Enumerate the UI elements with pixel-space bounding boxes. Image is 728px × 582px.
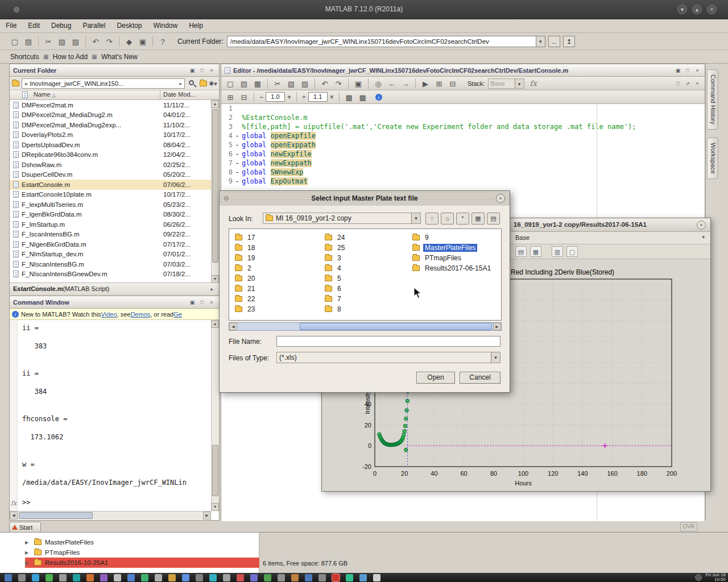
taskbar-app-icon[interactable]: [127, 574, 135, 581]
shortcut-how-to-add[interactable]: How to Add: [53, 53, 88, 61]
value-step-field[interactable]: 1.0: [266, 92, 285, 102]
print-icon[interactable]: ▣: [353, 78, 364, 89]
file-name-input[interactable]: [276, 336, 500, 347]
taskbar-app-icon[interactable]: [346, 574, 353, 581]
paste-icon[interactable]: ▨: [299, 78, 311, 89]
dialog-folder-item[interactable]: 8: [325, 304, 346, 314]
file-row[interactable]: DsuperCellDev.m05/20/2...: [10, 170, 211, 180]
current-folder-path-combo[interactable]: /media/data/EASY/InovImager_jwrCF_WINLin…: [227, 36, 545, 47]
file-row[interactable]: DMPexcel2mat_MediaDrug2.m04/01/2...: [10, 110, 211, 120]
demos-link[interactable]: Demos: [130, 311, 150, 318]
shortcut-whats-new[interactable]: What's New: [101, 53, 138, 61]
dock-icon[interactable]: ▣: [188, 66, 196, 74]
taskbar-app-icon[interactable]: [250, 574, 258, 581]
forward-icon[interactable]: →: [400, 78, 411, 89]
dialog-folder-item[interactable]: 18: [235, 243, 257, 253]
scroll-right-icon[interactable]: ▶: [493, 323, 501, 330]
open-button[interactable]: Open: [416, 372, 455, 384]
active-window-icon[interactable]: [332, 574, 340, 581]
dialog-close-icon[interactable]: ×: [496, 194, 505, 203]
taskbar-app-icon[interactable]: [100, 574, 107, 581]
menu-debug[interactable]: Debug: [46, 19, 77, 32]
shortcuts-label[interactable]: Shortcuts: [10, 53, 39, 61]
scroll-up-icon[interactable]: ▲: [211, 100, 219, 108]
taskbar-app-icon[interactable]: [86, 574, 94, 581]
code-line[interactable]: 4-global openExpfile: [221, 131, 705, 140]
dialog-folder-item[interactable]: 6: [325, 284, 346, 294]
figure-close-icon[interactable]: ×: [697, 221, 706, 230]
cell-divide-icon[interactable]: ⊟: [447, 78, 458, 89]
menu-parallel[interactable]: Parallel: [77, 19, 111, 32]
file-row[interactable]: F_NImStartup_dev.m07/01/2...: [10, 250, 211, 260]
taskbar-app-icon[interactable]: [155, 574, 162, 581]
file-row[interactable]: DMPexcel2mat.m11/11/2...: [10, 100, 211, 110]
cell-divider-icon[interactable]: ⊟: [238, 92, 250, 103]
new-file-icon[interactable]: ▢: [9, 36, 20, 47]
date-column[interactable]: Date Mod...: [163, 91, 196, 98]
taskbar-app-icon[interactable]: [73, 574, 80, 581]
fig-doc-icon[interactable]: ▤: [515, 246, 527, 257]
open-folder-icon[interactable]: ▤: [23, 36, 34, 47]
new-folder-icon[interactable]: [200, 81, 207, 86]
dialog-folder-item[interactable]: 7: [325, 294, 346, 304]
code-line[interactable]: 6-global newExpfile: [221, 149, 705, 159]
file-row[interactable]: F_IgenBkGrdData.m08/30/2...: [10, 210, 211, 220]
dialog-scrollbar-h[interactable]: ◀ ▶: [229, 322, 502, 331]
cell-insert-icon[interactable]: ⊞: [433, 78, 445, 89]
dialog-folder-item[interactable]: 2: [235, 263, 257, 273]
clock[interactable]: Fri Jun 16 10:50: [705, 573, 726, 582]
scroll-down-icon[interactable]: ▼: [211, 275, 219, 283]
type-dropdown-icon[interactable]: ▾: [491, 352, 500, 363]
code-line[interactable]: 9-global ExpOutmat: [221, 177, 705, 186]
menu-edit[interactable]: Edit: [22, 19, 46, 32]
editor-popout-icon[interactable]: ↗: [684, 80, 692, 88]
undock-icon[interactable]: □: [198, 66, 206, 74]
taskbar-app-icon[interactable]: [141, 574, 148, 581]
file-row[interactable]: DshowRaw.m02/25/2...: [10, 160, 211, 170]
fig-gray-icon[interactable]: ▥: [552, 246, 563, 257]
menu-file[interactable]: File: [0, 19, 22, 32]
file-row[interactable]: EstartConsole10plate.m10/17/2...: [10, 190, 211, 200]
scroll-down-icon[interactable]: ▼: [211, 503, 219, 511]
file-row[interactable]: F_NIscanIntensBGnewDev.m07/18/2...: [10, 269, 211, 280]
undock-icon[interactable]: □: [684, 66, 692, 74]
eval-cell-icon[interactable]: ▩: [344, 92, 355, 103]
tray-app-icon[interactable]: [695, 574, 702, 581]
editor-layout-icon[interactable]: □: [674, 80, 682, 88]
dialog-folder-item[interactable]: 3: [325, 253, 346, 263]
taskbar-app-icon[interactable]: [237, 574, 244, 581]
dialog-folder-item[interactable]: 25: [325, 243, 346, 253]
dialog-folder-item[interactable]: 21: [235, 284, 257, 294]
scroll-left-icon[interactable]: ◀: [229, 323, 237, 330]
dialog-folder-item[interactable]: 23: [235, 304, 257, 314]
taskbar-app-icon[interactable]: [318, 574, 326, 581]
dialog-titlebar[interactable]: Select input Master Plate text file ×: [220, 191, 510, 206]
taskbar-app-icon[interactable]: [264, 574, 271, 581]
open-file-icon[interactable]: ▤: [238, 78, 250, 89]
code-line[interactable]: 7-global newExppath: [221, 159, 705, 168]
grid-view-icon[interactable]: ▦: [471, 213, 485, 225]
simulink-icon[interactable]: ◆: [123, 36, 135, 47]
cut-icon[interactable]: ✂: [272, 78, 283, 89]
command-prompt[interactable]: >>: [22, 498, 30, 506]
taskbar-app-icon[interactable]: [196, 574, 203, 581]
file-list-scrollbar[interactable]: ▲ ▼: [211, 100, 219, 283]
command-scrollbar-h[interactable]: ◀ ▶: [10, 511, 211, 519]
dialog-folder-item[interactable]: PTmapFiles: [412, 253, 493, 263]
taskbar-app-icon[interactable]: [46, 574, 53, 581]
taskbar-app-icon[interactable]: [359, 574, 367, 581]
close-panel-icon[interactable]: ×: [208, 298, 216, 306]
taskbar-app-icon[interactable]: [305, 574, 312, 581]
file-details-footer[interactable]: EstartConsole.m (MATLAB Script) ▴: [10, 282, 219, 294]
code-line[interactable]: 3%[file,path] = uiputfile('.mat','Create…: [221, 122, 705, 131]
minimize-button[interactable]: ▾: [677, 5, 687, 14]
new-script-icon[interactable]: ▢: [225, 78, 236, 89]
file-row[interactable]: DReplicate96to384conv.m12/04/2...: [10, 150, 211, 160]
maximize-button[interactable]: ▴: [692, 5, 702, 14]
scroll-right-icon[interactable]: ▶: [203, 512, 211, 519]
stack-dropdown-icon[interactable]: ▾: [515, 79, 524, 88]
expander-icon[interactable]: ▶: [25, 540, 31, 545]
value-factor-field[interactable]: 1.1: [308, 92, 328, 102]
file-row[interactable]: DMPexcel2mat_MediaDrug2exp...11/10/2...: [10, 120, 211, 130]
taskbar-app-icon[interactable]: [182, 574, 189, 581]
